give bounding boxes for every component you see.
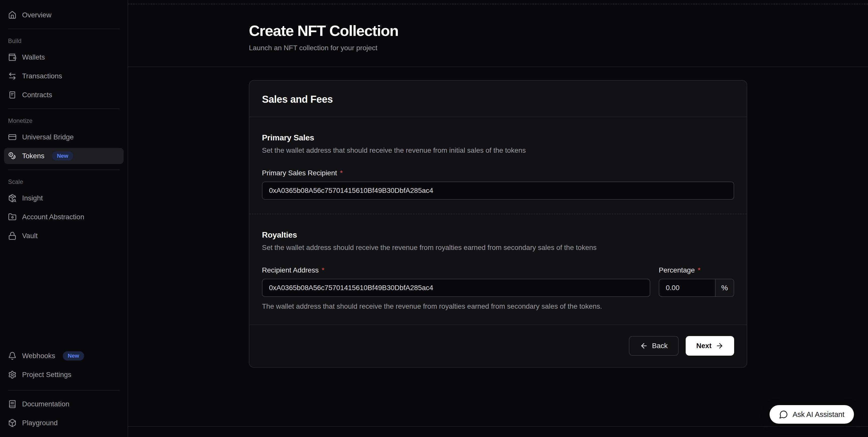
package-search-icon bbox=[8, 194, 17, 202]
sidebar-item-documentation[interactable]: Documentation bbox=[4, 396, 124, 412]
sidebar-item-label: Wallets bbox=[22, 53, 45, 61]
primary-sales-heading: Primary Sales bbox=[262, 133, 734, 143]
royalties-recipient-input[interactable] bbox=[262, 279, 650, 297]
percent-suffix: % bbox=[715, 279, 734, 296]
sidebar-item-label: Overview bbox=[22, 11, 52, 19]
sidebar-section-scale: Scale bbox=[4, 178, 124, 186]
sidebar-item-vault[interactable]: Vault bbox=[4, 228, 124, 244]
bell-icon bbox=[8, 352, 17, 360]
sidebar-item-insight[interactable]: Insight bbox=[4, 190, 124, 206]
sidebar-item-project-settings[interactable]: Project Settings bbox=[4, 367, 124, 383]
new-badge: New bbox=[52, 151, 73, 160]
primary-sales-recipient-label: Primary Sales Recipient * bbox=[262, 169, 734, 177]
sidebar-item-account-abstraction[interactable]: Account Abstraction bbox=[4, 209, 124, 225]
bottom-divider bbox=[128, 426, 868, 427]
main-content: Create NFT Collection Launch an NFT coll… bbox=[128, 0, 868, 437]
card-footer: Back Next bbox=[249, 324, 747, 367]
sidebar-item-label: Project Settings bbox=[22, 371, 71, 379]
next-button[interactable]: Next bbox=[686, 336, 734, 355]
arrow-left-icon bbox=[640, 342, 648, 350]
sidebar-item-webhooks[interactable]: Webhooks New bbox=[4, 348, 124, 364]
sidebar-item-label: Insight bbox=[22, 194, 43, 202]
primary-sales-section: Primary Sales Set the wallet address tha… bbox=[249, 117, 747, 214]
sidebar-divider bbox=[8, 108, 120, 109]
gear-icon bbox=[8, 370, 17, 379]
new-badge: New bbox=[63, 351, 84, 361]
folder-key-icon bbox=[8, 213, 17, 221]
card-title: Sales and Fees bbox=[262, 94, 734, 105]
sidebar-item-label: Playground bbox=[22, 419, 58, 427]
sidebar-section-build: Build bbox=[4, 37, 124, 45]
royalties-percentage-label: Percentage * bbox=[659, 266, 734, 274]
royalties-heading: Royalties bbox=[262, 230, 734, 240]
page-header: Create NFT Collection Launch an NFT coll… bbox=[128, 0, 868, 67]
sidebar-item-universal-bridge[interactable]: Universal Bridge bbox=[4, 129, 124, 145]
sidebar-item-tokens[interactable]: Tokens New bbox=[4, 148, 124, 164]
royalties-description: Set the wallet address should receive th… bbox=[262, 244, 734, 252]
sidebar-item-overview[interactable]: Overview bbox=[4, 7, 124, 23]
sidebar-item-label: Universal Bridge bbox=[22, 133, 73, 141]
page-subtitle: Launch an NFT collection for your projec… bbox=[249, 44, 747, 52]
sidebar-item-contracts[interactable]: Contracts bbox=[4, 87, 124, 103]
sidebar-section-monetize: Monetize bbox=[4, 117, 124, 125]
sidebar-divider bbox=[8, 169, 120, 170]
coins-icon bbox=[8, 152, 17, 160]
sidebar-item-label: Tokens bbox=[22, 152, 44, 160]
royalties-helper-text: The wallet address that should receive t… bbox=[262, 302, 734, 310]
top-dashed-divider bbox=[128, 4, 868, 4]
page-title: Create NFT Collection bbox=[249, 22, 747, 39]
required-asterisk: * bbox=[698, 266, 701, 274]
book-icon bbox=[8, 400, 17, 408]
royalties-recipient-label: Recipient Address * bbox=[262, 266, 650, 274]
sidebar-divider bbox=[8, 29, 120, 29]
sidebar-item-label: Transactions bbox=[22, 72, 62, 80]
percentage-input-group: % bbox=[659, 279, 734, 297]
lock-icon bbox=[8, 231, 17, 240]
royalties-percentage-input[interactable] bbox=[659, 279, 715, 296]
sidebar-item-label: Contracts bbox=[22, 91, 52, 99]
home-icon bbox=[8, 11, 17, 19]
sidebar-item-label: Account Abstraction bbox=[22, 213, 84, 221]
contract-document-icon bbox=[8, 91, 17, 99]
sidebar-divider bbox=[8, 390, 120, 391]
sidebar-item-label: Webhooks bbox=[22, 352, 55, 360]
sidebar-item-label: Vault bbox=[22, 232, 38, 240]
sidebar-item-playground[interactable]: Playground bbox=[4, 415, 124, 431]
primary-sales-recipient-input[interactable] bbox=[262, 182, 734, 200]
ask-ai-assistant-button[interactable]: Ask AI Assistant bbox=[770, 405, 854, 424]
required-asterisk: * bbox=[322, 266, 324, 274]
credit-card-icon bbox=[8, 133, 17, 142]
card-header: Sales and Fees bbox=[249, 81, 747, 117]
app-root: Overview Build Wallets Transactions bbox=[0, 0, 868, 437]
sidebar-item-wallets[interactable]: Wallets bbox=[4, 49, 124, 65]
sidebar: Overview Build Wallets Transactions bbox=[0, 0, 128, 437]
royalties-section: Royalties Set the wallet address should … bbox=[249, 214, 747, 324]
sidebar-item-transactions[interactable]: Transactions bbox=[4, 68, 124, 84]
required-asterisk: * bbox=[340, 169, 343, 177]
wallet-icon bbox=[8, 53, 17, 62]
arrow-right-icon bbox=[716, 342, 723, 350]
ask-ai-assistant-label: Ask AI Assistant bbox=[793, 410, 844, 419]
primary-sales-description: Set the wallet address that should recei… bbox=[262, 147, 734, 154]
chat-bubble-icon bbox=[779, 410, 788, 419]
arrows-left-right-icon bbox=[8, 72, 17, 81]
sidebar-item-label: Documentation bbox=[22, 400, 69, 408]
sales-and-fees-card: Sales and Fees Primary Sales Set the wal… bbox=[249, 80, 747, 368]
box-icon bbox=[8, 419, 17, 427]
back-button[interactable]: Back bbox=[629, 336, 679, 355]
